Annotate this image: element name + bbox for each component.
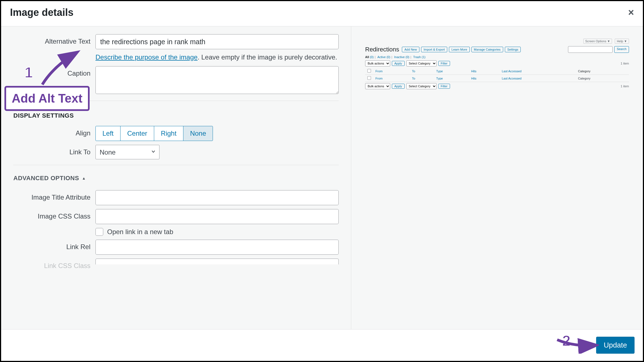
- preview-title: Redirections: [365, 46, 399, 53]
- link-to-label: Link To: [13, 145, 95, 156]
- image-css-label: Image CSS Class: [13, 209, 95, 220]
- preview-table: From To Type Hits Last Accessed Category: [365, 68, 629, 82]
- link-rel-label: Link Rel: [13, 240, 95, 251]
- preview-import-export[interactable]: Import & Export: [421, 47, 447, 52]
- preview-learn-more[interactable]: Learn More: [449, 47, 470, 52]
- open-new-tab-label: Open link in a new tab: [107, 228, 173, 236]
- preview-filter-trash[interactable]: Trash: [413, 55, 421, 59]
- triangle-up-icon: ▲: [82, 176, 86, 180]
- preview-filter-links: All (0)| Active (0)| Inactive (0)| Trash…: [365, 55, 629, 59]
- preview-add-new[interactable]: Add New: [402, 47, 419, 52]
- image-title-label: Image Title Attribute: [13, 190, 95, 201]
- preview-select-category-top[interactable]: Select Category: [406, 60, 437, 66]
- preview-col-type[interactable]: Type: [434, 68, 469, 75]
- image-title-input[interactable]: [95, 190, 339, 205]
- link-css-input[interactable]: [95, 259, 339, 264]
- link-to-select[interactable]: None: [95, 145, 159, 159]
- image-settings-panel: Alternative Text Describe the purpose of…: [1, 26, 351, 329]
- preview-apply-bottom[interactable]: Apply: [392, 84, 405, 89]
- modal-title: Image details: [10, 7, 73, 18]
- preview-screen-options[interactable]: Screen Options ▼: [583, 39, 612, 44]
- link-rel-input[interactable]: [95, 240, 339, 255]
- alt-helper-tail: . Leave empty if the image is purely dec…: [198, 53, 337, 61]
- align-button-group: Left Center Right None: [95, 126, 213, 141]
- preview-col-category: Category: [576, 68, 629, 75]
- annotation-number-2: 2: [562, 332, 571, 349]
- alt-text-input[interactable]: [95, 34, 339, 49]
- align-left-button[interactable]: Left: [95, 126, 121, 141]
- advanced-options-toggle[interactable]: ADVANCED OPTIONS ▲: [13, 175, 86, 182]
- alt-text-label: Alternative Text: [13, 34, 95, 45]
- open-new-tab-checkbox[interactable]: [95, 228, 103, 236]
- preview-checkbox-all-top[interactable]: [367, 69, 371, 73]
- align-right-button[interactable]: Right: [154, 126, 183, 141]
- close-button[interactable]: ×: [628, 7, 634, 18]
- preview-bulk-actions-top[interactable]: Bulk actions: [365, 60, 390, 66]
- preview-apply-top[interactable]: Apply: [392, 61, 405, 66]
- describe-purpose-link[interactable]: Describe the purpose of the image: [95, 53, 198, 61]
- preview-bulk-actions-bottom[interactable]: Bulk actions: [365, 83, 390, 89]
- preview-col-from[interactable]: From: [373, 68, 410, 75]
- preview-filter-active[interactable]: Active: [377, 55, 386, 59]
- preview-select-category-bottom[interactable]: Select Category: [406, 83, 437, 89]
- preview-search-input[interactable]: [568, 46, 613, 53]
- preview-col-hits[interactable]: Hits: [469, 68, 500, 75]
- annotation-callout-add-alt-text: Add Alt Text: [4, 86, 90, 111]
- open-new-tab-row[interactable]: Open link in a new tab: [95, 228, 339, 236]
- preview-checkbox-all-bottom[interactable]: [367, 76, 371, 80]
- image-preview-panel: Screen Options ▼ Help ▼ Redirections Add…: [351, 26, 643, 329]
- preview-manage-categories[interactable]: Manage Categories: [471, 47, 503, 52]
- preview-foot-from[interactable]: From: [375, 77, 383, 80]
- image-preview: Screen Options ▼ Help ▼ Redirections Add…: [363, 37, 631, 92]
- caption-input[interactable]: [95, 66, 339, 94]
- preview-foot-last-accessed[interactable]: Last Accessed: [502, 77, 522, 80]
- image-css-input[interactable]: [95, 209, 339, 224]
- annotation-number-1: 1: [24, 64, 33, 81]
- preview-foot-category: Category: [576, 75, 629, 82]
- preview-col-to[interactable]: To: [410, 68, 434, 75]
- update-button[interactable]: Update: [596, 337, 635, 354]
- align-label: Align: [13, 126, 95, 137]
- preview-filter-inactive[interactable]: Inactive: [394, 55, 405, 59]
- preview-settings[interactable]: Settings: [505, 47, 521, 52]
- display-settings-heading: DISPLAY SETTINGS: [13, 112, 339, 119]
- preview-foot-hits[interactable]: Hits: [471, 77, 476, 80]
- preview-help[interactable]: Help ▼: [615, 39, 629, 44]
- preview-foot-to[interactable]: To: [412, 77, 415, 80]
- link-css-label-partial: Link CSS Class: [13, 259, 95, 270]
- preview-search-button[interactable]: Search: [614, 46, 629, 53]
- preview-foot-type[interactable]: Type: [436, 77, 443, 80]
- preview-filter-bottom[interactable]: Filter: [438, 84, 450, 89]
- preview-items-count-bottom: 1 item: [621, 85, 629, 88]
- align-center-button[interactable]: Center: [120, 126, 154, 141]
- preview-items-count-top: 1 item: [621, 62, 629, 65]
- align-none-button[interactable]: None: [183, 126, 213, 141]
- preview-filter-top[interactable]: Filter: [438, 61, 450, 66]
- preview-col-last-accessed[interactable]: Last Accessed: [500, 68, 576, 75]
- alt-text-helper: Describe the purpose of the image. Leave…: [95, 52, 339, 62]
